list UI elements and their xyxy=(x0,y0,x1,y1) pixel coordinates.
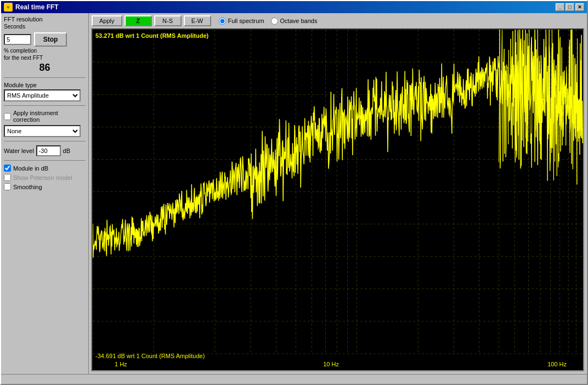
apply-button[interactable]: Apply xyxy=(92,15,122,26)
statusbar xyxy=(1,374,587,384)
title-bar: ≈ Real time FFT _ □ ✕ xyxy=(1,1,587,13)
octave-bands-label: Octave bands xyxy=(280,18,318,24)
seconds-input[interactable] xyxy=(4,34,31,45)
z-channel-button[interactable]: Z xyxy=(125,15,152,26)
instrument-select[interactable]: None xyxy=(4,125,81,137)
stop-button[interactable]: Stop xyxy=(34,32,67,47)
window-icon: ≈ xyxy=(4,3,13,12)
module-type-section: Module type RMS Amplitude Power Phase xyxy=(4,82,86,101)
axis-1hz-label: 1 Hz xyxy=(115,361,127,367)
smoothing-label: Smoothing xyxy=(13,184,42,190)
window-title: Real time FFT xyxy=(15,3,59,11)
octave-bands-option: Octave bands xyxy=(271,18,318,25)
chart-top-label: 53.271 dB wrt 1 Count (RMS Amplitude) xyxy=(95,32,208,39)
water-level-row: Water level dB xyxy=(4,145,86,156)
water-level-input[interactable] xyxy=(36,145,61,156)
module-in-db-row: Module in dB xyxy=(4,165,86,172)
chart-bottom-label: -34.691 dB wrt 1 Count (RMS Amplitude) xyxy=(95,353,205,359)
show-peterson-checkbox[interactable] xyxy=(4,174,11,181)
fft-resolution-label: FFT resolution xyxy=(4,16,86,22)
close-button[interactable]: ✕ xyxy=(575,3,584,11)
module-type-select[interactable]: RMS Amplitude Power Phase xyxy=(4,89,81,101)
content-area: FFT resolution Seconds Stop % completion… xyxy=(1,13,587,374)
chart-container: 53.271 dB wrt 1 Count (RMS Amplitude) -3… xyxy=(92,29,584,371)
axis-10hz-label: 10 Hz xyxy=(323,361,339,367)
maximize-button[interactable]: □ xyxy=(566,3,574,11)
water-level-unit: dB xyxy=(63,148,70,154)
sidebar: FFT resolution Seconds Stop % completion… xyxy=(1,13,89,374)
module-type-label: Module type xyxy=(4,82,86,88)
ns-channel-button[interactable]: N-S xyxy=(154,15,182,26)
seconds-label: Seconds xyxy=(4,24,86,30)
toolbar: Apply Z N-S E-W Full spectrum Octave ban… xyxy=(89,13,587,29)
full-spectrum-radio[interactable] xyxy=(219,18,226,25)
title-buttons: _ □ ✕ xyxy=(556,3,584,11)
module-in-db-checkbox[interactable] xyxy=(4,165,11,172)
smoothing-checkbox[interactable] xyxy=(4,183,11,190)
main-window: ≈ Real time FFT _ □ ✕ FFT resolution Sec… xyxy=(0,0,588,385)
full-spectrum-label: Full spectrum xyxy=(228,18,264,24)
spectrum-radio-group: Full spectrum Octave bands xyxy=(219,18,318,25)
module-in-db-label: Module in dB xyxy=(13,165,48,172)
apply-instrument-checkbox[interactable] xyxy=(4,113,11,120)
completion-value: 86 xyxy=(4,62,86,73)
water-level-label: Water level xyxy=(4,148,34,154)
full-spectrum-option: Full spectrum xyxy=(219,18,264,25)
divider-1 xyxy=(4,77,86,78)
ew-channel-button[interactable]: E-W xyxy=(184,15,211,26)
apply-instrument-row: Apply instrument correction xyxy=(4,110,86,123)
axis-100hz-label: 100 Hz xyxy=(547,361,567,367)
octave-bands-radio[interactable] xyxy=(271,18,278,25)
show-peterson-label: Show Peterson model xyxy=(13,174,72,181)
fft-chart-canvas xyxy=(93,30,583,370)
fft-resolution-section: FFT resolution Seconds Stop % completion… xyxy=(4,16,86,73)
show-peterson-row: Show Peterson model xyxy=(4,174,86,181)
completion-label: % completion xyxy=(4,48,86,54)
apply-instrument-label: Apply instrument correction xyxy=(13,110,86,123)
minimize-button[interactable]: _ xyxy=(556,3,564,11)
divider-3 xyxy=(4,141,86,141)
smoothing-row: Smoothing xyxy=(4,183,86,190)
divider-4 xyxy=(4,160,86,161)
divider-2 xyxy=(4,105,86,106)
main-panel: Apply Z N-S E-W Full spectrum Octave ban… xyxy=(89,13,587,374)
completion-label2: for the next FFT xyxy=(4,55,86,61)
